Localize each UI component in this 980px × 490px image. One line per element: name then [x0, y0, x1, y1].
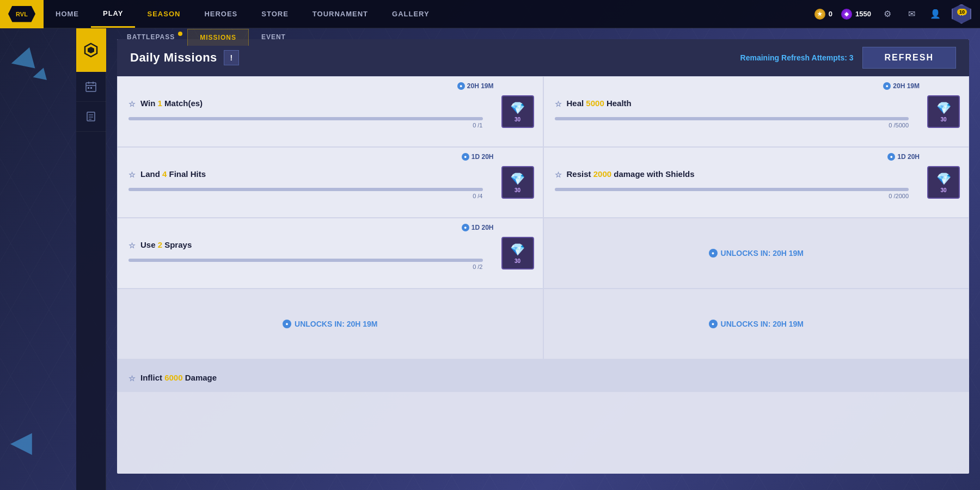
progress-text: 0 /1	[128, 122, 483, 128]
mission-locked-2: ● UNLOCKS IN: 20H 19M	[117, 289, 543, 359]
notification-badge: 10	[957, 9, 967, 15]
star-icon-5: ☆	[128, 241, 137, 250]
mission-use-sprays-title: ☆Use 2 Sprays	[128, 240, 532, 250]
svg-rect-7	[90, 87, 92, 89]
progress-bar-bg-2	[555, 117, 909, 120]
subnav-missions[interactable]: MISSIONS	[187, 29, 249, 46]
mission-use-sprays-timer: ● 1D 20H	[462, 224, 494, 231]
missions-panel: Daily Missions ! Remaining Refresh Attem…	[117, 39, 969, 474]
progress-bar-bg-4	[555, 188, 909, 191]
mission-inflict-damage-title: ☆Inflict 6000 Damage	[128, 373, 532, 383]
refresh-button[interactable]: REFRESH	[862, 47, 956, 69]
crystal-icon-4: 💎	[936, 172, 951, 186]
mission-empty-partial	[543, 359, 970, 392]
gem-icon: ◆	[841, 9, 852, 20]
panel-alert-button[interactable]: !	[224, 50, 239, 65]
gold-amount: 0	[829, 10, 832, 18]
reward-icon-2: 💎 30	[927, 95, 960, 128]
star-icon-6: ☆	[128, 374, 137, 383]
arrow-deco-bottom-left: ◀	[11, 427, 31, 457]
mail-button[interactable]: ✉	[904, 7, 919, 22]
sidebar-icon-calendar[interactable]	[76, 72, 106, 102]
mission-win-matches-timer: ● 20H 19M	[457, 82, 494, 90]
progress-text-2: 0 /5000	[555, 122, 909, 128]
crystal-icon-3: 💎	[510, 172, 525, 186]
subnav-battlepass[interactable]: BATTLEPASS	[114, 28, 187, 46]
nav-gallery[interactable]: GALLERY	[380, 0, 442, 28]
mission-win-matches: ● 20H 19M ☆Win 1 Match(es) 0 /1 💎 30	[117, 76, 543, 147]
progress-bar-bg-3	[128, 188, 483, 191]
currency-gem: ◆ 1550	[841, 9, 871, 20]
mission-use-sprays: ● 1D 20H ☆Use 2 Sprays 0 /2 💎 30	[117, 218, 543, 289]
mission-locked-1: ● UNLOCKS IN: 20H 19M	[543, 218, 970, 289]
progress-text-4: 0 /2000	[555, 193, 909, 199]
timer-icon-5: ●	[462, 224, 469, 231]
lock-icon-3: ●	[709, 320, 718, 328]
mission-resist-damage: ● 1D 20H ☆Resist 2000 damage with Shield…	[543, 147, 970, 218]
mission-land-final-hits-title: ☆Land 4 Final Hits	[128, 169, 532, 179]
timer-icon-3: ●	[462, 153, 469, 161]
sidebar-icon-hexagon[interactable]	[76, 28, 106, 72]
progress-bar-bg-5	[128, 259, 483, 262]
progress-text-5: 0 /2	[128, 264, 483, 270]
calendar-icon	[85, 81, 97, 93]
scroll-icon	[85, 111, 97, 122]
nav-right: ★ 0 ◆ 1550 ⚙ ✉ 👤 ★ 10	[814, 4, 980, 24]
sidebar-top-section	[76, 28, 106, 72]
mission-land-final-hits: ● 1D 20H ☆Land 4 Final Hits 0 /4 💎 30	[117, 147, 543, 218]
mission-resist-damage-progress: 0 /2000	[555, 188, 958, 199]
nav-items: HOME PLAY SEASON HEROES STORE TOURNAMENT…	[44, 0, 814, 28]
star-icon-4: ☆	[555, 170, 564, 179]
star-icon-2: ☆	[555, 100, 564, 108]
logo-inner: RVL	[8, 6, 35, 22]
reward-icon-5: 💎 30	[501, 237, 534, 270]
mission-win-matches-title: ☆Win 1 Match(es)	[128, 99, 532, 108]
unlock-text-2: ● UNLOCKS IN: 20H 19M	[283, 320, 377, 328]
subnav-event[interactable]: EVENT	[249, 28, 298, 46]
refresh-attempts-text: Remaining Refresh Attempts: 3	[740, 53, 854, 62]
mission-resist-damage-timer: ● 1D 20H	[887, 153, 920, 161]
panel-title: Daily Missions	[130, 51, 217, 65]
reward-icon: 💎 30	[501, 95, 534, 128]
star-icon-3: ☆	[128, 170, 137, 179]
top-navigation: RVL HOME PLAY SEASON HEROES STORE TOURNA…	[0, 0, 980, 28]
mission-resist-damage-title: ☆Resist 2000 damage with Shields	[555, 169, 958, 179]
nav-store[interactable]: STORE	[249, 0, 301, 28]
svg-rect-6	[88, 87, 89, 89]
logo-text: RVL	[16, 11, 28, 17]
mission-grid: ● 20H 19M ☆Win 1 Match(es) 0 /1 💎 30	[117, 76, 969, 392]
panel-right: Remaining Refresh Attempts: 3 REFRESH	[740, 47, 956, 69]
progress-text-3: 0 /4	[128, 193, 483, 199]
friends-button[interactable]: 👤	[928, 7, 943, 22]
nav-home[interactable]: HOME	[44, 0, 91, 28]
nav-play[interactable]: PLAY	[91, 0, 135, 28]
mission-heal-health-progress: 0 /5000	[555, 117, 958, 128]
battlepass-badge	[178, 32, 182, 36]
nav-season[interactable]: SEASON	[135, 0, 192, 28]
mission-heal-health-title: ☆Heal 5000 Health	[555, 99, 958, 108]
sidebar	[76, 28, 106, 490]
mission-win-matches-progress: 0 /1	[128, 117, 532, 128]
sub-navigation: BATTLEPASS MISSIONS EVENT	[103, 28, 298, 46]
hexagon-icon	[83, 42, 99, 58]
lock-icon-2: ●	[283, 320, 291, 328]
timer-icon-4: ●	[887, 153, 895, 161]
mission-locked-3: ● UNLOCKS IN: 20H 19M	[543, 289, 970, 359]
unlock-text-3: ● UNLOCKS IN: 20H 19M	[709, 320, 804, 328]
logo[interactable]: RVL	[0, 0, 44, 28]
gem-amount: 1550	[855, 10, 871, 18]
reward-icon-4: 💎 30	[927, 166, 960, 199]
mission-land-final-hits-progress: 0 /4	[128, 188, 532, 199]
panel-title-group: Daily Missions !	[130, 50, 239, 65]
gold-icon: ★	[814, 9, 825, 20]
mission-heal-health-timer: ● 20H 19M	[883, 82, 920, 90]
alert-icon: !	[230, 53, 233, 62]
timer-icon-2: ●	[883, 82, 891, 90]
nav-tournament[interactable]: TOURNAMENT	[301, 0, 380, 28]
star-icon: ☆	[128, 100, 137, 108]
profile-avatar[interactable]: ★ 10	[952, 4, 971, 24]
mission-heal-health: ● 20H 19M ☆Heal 5000 Health 0 /5000 💎 30	[543, 76, 970, 147]
sidebar-icon-scroll[interactable]	[76, 102, 106, 132]
nav-heroes[interactable]: HEROES	[192, 0, 249, 28]
settings-button[interactable]: ⚙	[880, 7, 895, 22]
